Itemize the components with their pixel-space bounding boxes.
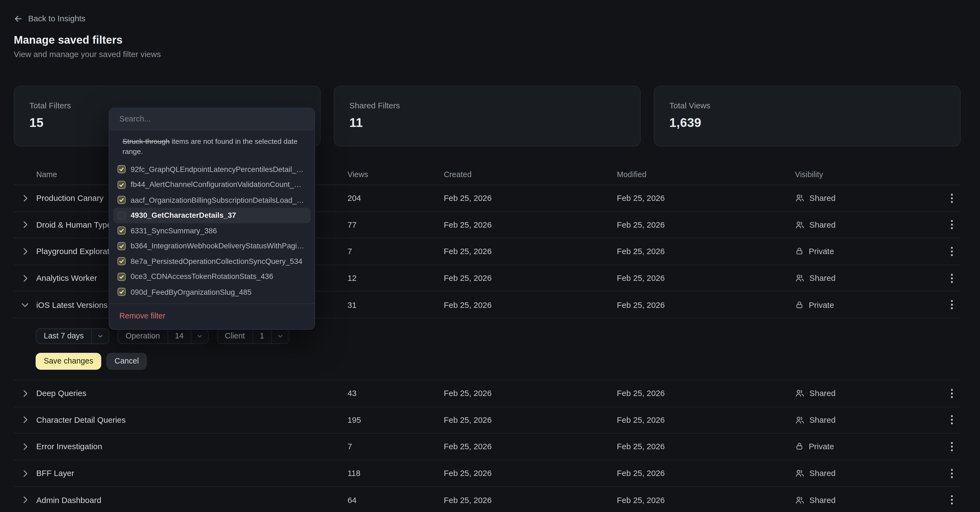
filter-item[interactable]: aacf_OrganizationBillingSubscriptionDeta… bbox=[109, 192, 314, 208]
editor-buttons: Save changesCancel bbox=[36, 353, 961, 370]
table-row[interactable]: Character Detail Queries195Feb 25, 2026F… bbox=[14, 407, 961, 434]
filter-item[interactable]: 8e7a_PersistedOperationCollectionSyncQue… bbox=[109, 254, 314, 269]
manage-saved-filters-page: Back to Insights Manage saved filters Vi… bbox=[0, 0, 980, 512]
row-views: 118 bbox=[347, 469, 444, 478]
checked-checkbox[interactable] bbox=[118, 288, 126, 296]
checked-checkbox[interactable] bbox=[118, 165, 126, 174]
filter-chip[interactable]: Client1 bbox=[217, 328, 289, 344]
row-modified: Feb 25, 2026 bbox=[617, 495, 795, 505]
checked-checkbox[interactable] bbox=[118, 181, 126, 189]
filter-item[interactable]: 0ce3_CDNAccessTokenRotationStats_436 bbox=[109, 269, 314, 284]
row-visibility: Shared bbox=[795, 495, 943, 505]
checked-checkbox[interactable] bbox=[118, 242, 126, 250]
chevron-right-icon[interactable] bbox=[14, 221, 36, 229]
row-created: Feb 25, 2026 bbox=[444, 220, 617, 230]
people-icon bbox=[795, 220, 804, 230]
row-menu-button[interactable] bbox=[943, 292, 961, 318]
filter-item-label: 090d_FeedByOrganizationSlug_485 bbox=[130, 288, 251, 297]
visibility-label: Shared bbox=[809, 469, 835, 478]
row-modified: Feb 25, 2026 bbox=[617, 389, 795, 398]
filter-item-label: 8e7a_PersistedOperationCollectionSyncQue… bbox=[130, 257, 302, 266]
chevron-right-icon[interactable] bbox=[14, 443, 36, 451]
remove-filter-button[interactable]: Remove filter bbox=[109, 304, 314, 322]
table-row[interactable]: Error Investigation7Feb 25, 2026Feb 25, … bbox=[14, 434, 961, 460]
chip-value: 14 bbox=[168, 332, 190, 341]
visibility-label: Shared bbox=[809, 495, 835, 505]
row-menu-button[interactable] bbox=[943, 212, 961, 238]
row-menu-button[interactable] bbox=[943, 434, 961, 459]
chevron-down-icon[interactable] bbox=[14, 302, 36, 308]
back-link[interactable]: Back to Insights bbox=[14, 14, 85, 23]
row-created: Feb 25, 2026 bbox=[444, 415, 617, 425]
kebab-menu-icon bbox=[951, 246, 953, 257]
search-input[interactable] bbox=[119, 114, 304, 123]
table-header-modified: Modified bbox=[617, 170, 795, 179]
people-icon bbox=[795, 415, 804, 425]
stat-card-label: Shared Filters bbox=[349, 101, 625, 110]
kebab-menu-icon bbox=[951, 220, 953, 230]
stat-card: Shared Filters11 bbox=[334, 86, 641, 146]
table-row[interactable]: Deep Queries43Feb 25, 2026Feb 25, 2026Sh… bbox=[14, 380, 961, 407]
row-menu-button[interactable] bbox=[943, 265, 961, 291]
row-name: Error Investigation bbox=[36, 442, 347, 451]
filter-item[interactable]: 92fc_GraphQLEndpointLatencyPercentilesDe… bbox=[109, 162, 314, 177]
visibility-label: Private bbox=[809, 300, 834, 309]
row-menu-button[interactable] bbox=[943, 487, 961, 512]
chevron-right-icon[interactable] bbox=[14, 416, 36, 424]
row-name: BFF Layer bbox=[36, 469, 347, 478]
row-menu-button[interactable] bbox=[943, 380, 961, 407]
row-views: 7 bbox=[347, 247, 444, 256]
chevron-right-icon[interactable] bbox=[14, 469, 36, 477]
table-row[interactable]: BFF Layer118Feb 25, 2026Feb 25, 2026Shar… bbox=[14, 460, 961, 487]
popover-note: Struck-through items are not found in th… bbox=[123, 136, 304, 157]
chevron-right-icon[interactable] bbox=[14, 274, 36, 282]
chevron-right-icon[interactable] bbox=[14, 389, 36, 397]
checked-checkbox[interactable] bbox=[118, 257, 126, 266]
row-views: 77 bbox=[347, 220, 444, 230]
table-header-visibility: Visibility bbox=[795, 170, 943, 179]
row-visibility: Private bbox=[795, 247, 943, 256]
checked-checkbox[interactable] bbox=[118, 273, 126, 281]
chevron-right-icon[interactable] bbox=[14, 194, 36, 202]
chip-value: 1 bbox=[253, 332, 271, 341]
checked-checkbox[interactable] bbox=[118, 227, 126, 235]
filter-chip[interactable]: Operation14 bbox=[118, 328, 208, 344]
filter-item-label: aacf_OrganizationBillingSubscriptionDeta… bbox=[130, 196, 304, 204]
filter-item[interactable]: 090d_FeedByOrganizationSlug_485 bbox=[109, 284, 314, 300]
kebab-menu-icon bbox=[951, 495, 953, 505]
filter-chips: Last 7 daysOperation14Client1 bbox=[36, 328, 961, 344]
row-menu-button[interactable] bbox=[943, 407, 961, 433]
cancel-button[interactable]: Cancel bbox=[107, 353, 147, 370]
filter-chip[interactable]: Last 7 days bbox=[36, 328, 109, 344]
kebab-menu-icon bbox=[951, 415, 953, 425]
filter-item-label: b364_IntegrationWebhookDeliveryStatusWit… bbox=[130, 242, 304, 250]
row-visibility: Shared bbox=[795, 469, 943, 478]
chevron-right-icon[interactable] bbox=[14, 248, 36, 255]
save-changes-button[interactable]: Save changes bbox=[36, 353, 102, 370]
row-name: Deep Queries bbox=[36, 389, 347, 398]
stat-card: Total Views1,639 bbox=[654, 86, 961, 146]
kebab-menu-icon bbox=[951, 273, 953, 283]
row-views: 31 bbox=[347, 300, 444, 309]
row-menu-button[interactable] bbox=[943, 185, 961, 211]
row-menu-button[interactable] bbox=[943, 239, 961, 265]
filter-item[interactable]: 6331_SyncSummary_386 bbox=[109, 223, 314, 238]
chevron-down-icon bbox=[92, 333, 109, 339]
unchecked-checkbox[interactable] bbox=[118, 212, 126, 220]
people-icon bbox=[795, 469, 804, 478]
visibility-label: Shared bbox=[809, 273, 835, 283]
filter-item[interactable]: 4930_GetCharacterDetails_37 bbox=[113, 208, 310, 223]
row-views: 12 bbox=[347, 273, 444, 283]
chip-label: Last 7 days bbox=[36, 332, 91, 341]
chip-label: Operation bbox=[118, 332, 167, 341]
chevron-right-icon[interactable] bbox=[14, 496, 36, 504]
table-row[interactable]: Admin Dashboard64Feb 25, 2026Feb 25, 202… bbox=[14, 487, 961, 512]
row-views: 204 bbox=[347, 193, 444, 203]
filter-item[interactable]: fb44_AlertChannelConfigurationValidation… bbox=[109, 177, 314, 192]
filter-item[interactable]: b364_IntegrationWebhookDeliveryStatusWit… bbox=[109, 239, 314, 254]
chevron-down-icon bbox=[191, 333, 208, 339]
page-title: Manage saved filters bbox=[14, 34, 123, 47]
filter-items-popover: Struck-through items are not found in th… bbox=[109, 107, 315, 330]
checked-checkbox[interactable] bbox=[118, 196, 126, 204]
row-menu-button[interactable] bbox=[943, 460, 961, 486]
